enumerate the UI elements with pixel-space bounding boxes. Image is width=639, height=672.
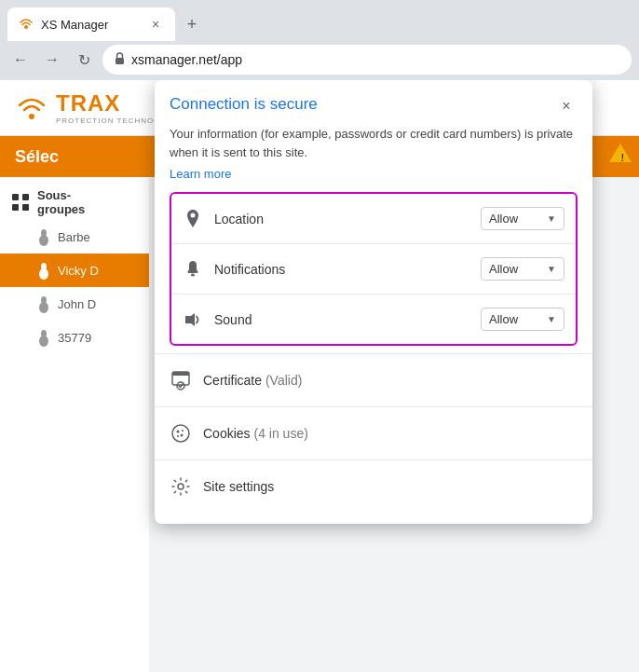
page-content: TRAX Protection Technolo... ! Sélec Sous… [0,80,639,672]
tab-title: XS Manager [41,18,140,32]
svg-point-17 [191,273,195,276]
permission-row-sound: Sound Allow ▼ [171,295,576,344]
certificate-icon [170,369,192,391]
learn-more-link[interactable]: Learn more [155,165,592,192]
url-text: xsmanager.net/app [131,52,242,67]
svg-point-25 [181,434,184,437]
security-popup: Connection is secure × Your information … [155,80,592,524]
trax-logo: TRAX Protection Technolo... [15,90,175,125]
refresh-button[interactable]: ↻ [71,47,97,73]
sidebar-group-icon [11,193,30,212]
sidebar-item-35779[interactable]: 35779 [0,321,149,354]
location-select-arrow: ▼ [547,213,556,224]
svg-rect-3 [12,194,19,200]
sidebar-group-label-1: Sous- [37,188,85,202]
notifications-icon [183,259,203,280]
sidebar-label-barbe: Barbe [58,230,90,244]
svg-marker-18 [185,313,195,326]
foot-icon-barbe [37,227,50,246]
sound-select-arrow: ▼ [547,314,556,324]
popup-title: Connection is secure [170,95,318,114]
location-label: Location [214,212,469,226]
sidebar-item-barbe[interactable]: Barbe [0,220,149,254]
site-settings-label: Site settings [203,479,274,494]
tab-close-button[interactable]: × [147,16,164,33]
browser-chrome: XS Manager × + ← → ↻ xsmanager.net/app [0,0,639,80]
popup-close-button[interactable]: × [555,95,578,117]
back-button[interactable]: ← [7,47,34,73]
warning-exclamation: ! [621,153,624,163]
svg-point-10 [41,263,47,270]
popup-header: Connection is secure × [155,80,592,117]
svg-rect-1 [116,58,124,64]
sound-label: Sound [214,312,469,327]
popup-description: Your information (for example, passwords… [155,117,592,165]
sidebar-group-header: Sous- groupes [0,177,149,220]
svg-point-15 [191,213,196,217]
tab-bar: XS Manager × + [0,0,639,41]
sidebar-group-label-2: groupes [37,202,85,216]
lock-icon [114,52,126,68]
divider-3 [155,459,592,460]
sidebar-label-35779: 35779 [58,331,91,345]
new-tab-button[interactable]: + [179,11,205,37]
sound-icon [183,309,203,330]
orange-bar-text: Sélec [15,147,59,167]
cookies-icon [170,422,192,445]
certificate-label: Certificate (Valid) [203,373,302,388]
svg-point-2 [29,114,34,119]
permission-row-notifications: Notifications Allow ▼ [171,244,576,295]
address-bar[interactable]: xsmanager.net/app [102,45,632,75]
address-bar-row: ← → ↻ xsmanager.net/app [0,41,639,80]
foot-icon-vicky [37,261,50,280]
location-icon [183,209,203,229]
sidebar-label-vicky: Vicky D [58,264,99,278]
divider-2 [155,406,592,407]
svg-rect-5 [12,204,19,211]
svg-rect-16 [188,271,198,273]
svg-point-24 [182,430,184,432]
sound-select[interactable]: Allow ▼ [481,308,564,331]
foot-icon-john [37,295,50,313]
svg-rect-20 [172,372,189,376]
notifications-select-value: Allow [489,262,518,276]
svg-point-0 [24,25,28,29]
svg-point-27 [178,484,184,489]
forward-button[interactable]: → [39,47,65,73]
divider-1 [155,353,592,354]
svg-rect-4 [22,194,29,200]
trax-logo-icon [15,91,48,125]
site-settings-icon [170,475,192,498]
tab-favicon-icon [19,17,34,32]
svg-point-8 [41,229,47,237]
svg-point-22 [172,425,189,442]
active-tab[interactable]: XS Manager × [7,7,175,41]
location-select[interactable]: Allow ▼ [481,207,564,230]
sound-select-value: Allow [489,312,518,326]
sidebar: Sous- groupes Barbe Vicky D John [0,177,149,672]
sidebar-item-john[interactable]: John D [0,287,149,321]
certificate-row[interactable]: Certificate (Valid) [155,358,592,403]
permission-row-location: Location Allow ▼ [171,194,576,244]
svg-point-14 [41,330,47,337]
cookies-label: Cookies (4 in use) [203,426,308,441]
cookies-row[interactable]: Cookies (4 in use) [155,411,592,456]
sidebar-item-vicky[interactable]: Vicky D [0,254,149,287]
notifications-label: Notifications [214,262,469,277]
sidebar-label-john: John D [58,297,96,311]
notifications-select-arrow: ▼ [547,264,556,274]
site-settings-row[interactable]: Site settings [155,464,592,509]
notifications-select[interactable]: Allow ▼ [481,257,564,281]
foot-icon-35779 [37,328,50,347]
location-select-value: Allow [489,212,518,226]
svg-rect-6 [22,204,29,211]
svg-point-12 [41,296,47,304]
svg-point-23 [177,431,180,433]
svg-point-26 [177,435,179,437]
permissions-box: Location Allow ▼ Notifications All [170,192,578,346]
